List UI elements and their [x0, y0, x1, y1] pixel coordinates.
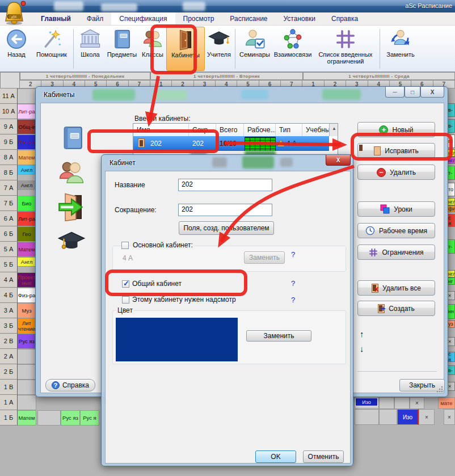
lesson-cell[interactable]: × — [419, 409, 435, 425]
menu-tab-view[interactable]: Просмотр — [175, 12, 222, 25]
lessons-button[interactable]: Уроки — [357, 201, 435, 217]
toolbar-back-button[interactable]: Назад — [1, 27, 32, 71]
lesson-cell[interactable]: нгл — [447, 149, 455, 157]
menu-tab-file[interactable]: Файл — [79, 12, 112, 25]
toolbar-constraints-list-button[interactable]: Список введенных ограничений — [313, 27, 378, 71]
move-down-arrow[interactable]: ↓ — [360, 344, 364, 353]
lesson-cell[interactable]: Физ-ра — [18, 288, 36, 303]
lesson-cell[interactable]: Матем — [18, 150, 36, 165]
short-name-input[interactable]: 202 — [178, 204, 272, 216]
classes-people-icon[interactable] — [57, 159, 86, 187]
lesson-cell[interactable]: × — [410, 397, 424, 409]
table-scrollbar-up[interactable]: ▲ — [329, 124, 338, 136]
column-header-name[interactable]: Имя — [133, 124, 189, 136]
move-up-arrow[interactable]: ↑ — [360, 329, 364, 339]
lesson-cell[interactable] — [18, 380, 36, 395]
toolbar-rooms-button[interactable]: Кабинеты — [166, 27, 205, 71]
lesson-cell[interactable] — [379, 409, 397, 425]
lesson-cell[interactable]: Англ — [18, 257, 36, 267]
subjects-book-icon[interactable] — [59, 125, 86, 151]
column-header-worktime[interactable]: Рабоче... — [244, 124, 276, 136]
teachers-cap-icon[interactable] — [56, 228, 87, 255]
lesson-cell[interactable]: × — [447, 291, 455, 300]
lesson-cell[interactable]: Муз — [18, 303, 36, 318]
lesson-cell[interactable]: ге — [447, 134, 455, 148]
lesson-cell[interactable]: Матем — [18, 242, 36, 257]
lesson-cell[interactable]: с я — [447, 352, 455, 362]
lesson-cell[interactable]: Рус яз — [18, 334, 36, 349]
help-button[interactable]: ?Справка — [45, 379, 95, 391]
menu-tab-main[interactable]: Главный — [33, 12, 79, 25]
new-button[interactable]: +Новый — [357, 122, 435, 137]
ok-button[interactable]: OK — [255, 450, 296, 463]
supervision-label[interactable]: Этому кабинету нужен надсмотр — [132, 296, 236, 304]
shared-room-label[interactable]: Общий кабинет — [132, 280, 182, 288]
lesson-cell[interactable]: нн — [447, 304, 455, 319]
room-row-selected[interactable]: 202 202 16/16 4 А — [133, 136, 329, 151]
lesson-cell[interactable]: фи — [447, 205, 455, 212]
worktime-button[interactable]: Рабочее время — [357, 223, 435, 238]
column-header-short[interactable]: Сокр... — [189, 124, 216, 136]
shared-room-checkbox[interactable] — [122, 280, 129, 288]
lesson-cell[interactable]: Гео — [18, 226, 36, 242]
column-header-type[interactable]: Тип — [276, 124, 302, 136]
lesson-cell[interactable]: в- — [447, 365, 455, 375]
toolbar-seminars-button[interactable]: Семинары — [237, 27, 272, 71]
edit-button[interactable]: Исправить — [357, 143, 435, 158]
lesson-cell[interactable]: Изо — [397, 409, 419, 425]
lesson-cell[interactable]: Рус яз — [61, 410, 80, 426]
delete-all-button[interactable]: xУдалить все — [357, 280, 435, 296]
lesson-cell[interactable]: т- — [447, 166, 455, 180]
lesson-cell[interactable] — [18, 364, 36, 380]
lesson-cell[interactable]: × — [444, 409, 455, 425]
lesson-cell[interactable]: с я — [447, 214, 455, 227]
name-input[interactable]: 202 — [178, 179, 272, 191]
help-link[interactable]: ? — [291, 296, 295, 304]
lesson-cell[interactable]: в- — [447, 119, 455, 133]
lesson-cell[interactable]: т- — [447, 239, 455, 254]
lesson-cell[interactable]: Проект ные — [18, 272, 36, 288]
help-link[interactable]: ? — [291, 279, 295, 288]
toolbar-replace-button[interactable]: Заменить — [382, 27, 419, 71]
toolbar-subjects-button[interactable]: Предметы — [105, 27, 139, 71]
resize-grip[interactable] — [436, 386, 443, 393]
lesson-cell[interactable]: Био — [18, 196, 36, 211]
menu-tab-specification[interactable]: Спецификация — [111, 12, 175, 25]
lesson-cell[interactable]: нгл — [447, 198, 455, 205]
lesson-cell[interactable]: мате — [438, 397, 455, 409]
menu-tab-help[interactable]: Справка — [323, 12, 366, 25]
lesson-cell[interactable]: Англ — [18, 180, 36, 190]
lesson-cell[interactable]: Общ-е — [18, 119, 36, 134]
lesson-cell[interactable] — [18, 349, 36, 364]
color-swatch[interactable] — [116, 318, 238, 361]
toolbar-school-button[interactable]: Школа — [75, 27, 105, 71]
lesson-cell[interactable]: Лит чтение — [18, 318, 36, 334]
lesson-cell[interactable] — [379, 397, 394, 409]
cancel-button[interactable]: Отменить — [303, 450, 344, 463]
lesson-cell[interactable]: Матем — [18, 410, 36, 426]
lesson-cell[interactable]: нгл — [447, 270, 455, 277]
lesson-cell[interactable]: × — [447, 337, 455, 346]
lesson-cell[interactable]: нг — [447, 277, 455, 285]
home-room-checkbox[interactable] — [121, 242, 129, 249]
lesson-cell[interactable]: то — [447, 183, 455, 196]
lesson-cell[interactable]: Англ — [18, 165, 36, 175]
lesson-cell[interactable]: Лит-ра — [18, 134, 36, 150]
supervision-checkbox[interactable] — [122, 296, 129, 304]
maximize-button[interactable]: □ — [405, 87, 420, 98]
lesson-cell[interactable] — [355, 409, 379, 425]
menu-tab-timetable[interactable]: Расписание — [222, 12, 275, 25]
toolbar-teachers-button[interactable]: Учителя — [205, 27, 233, 71]
lesson-cell[interactable]: Лит-ра — [18, 104, 36, 119]
lesson-cell[interactable]: × — [447, 382, 455, 391]
home-room-replace-button[interactable]: Заменить — [244, 251, 285, 264]
close-button[interactable]: X — [326, 155, 351, 166]
rooms-door-arrow-icon[interactable] — [57, 193, 86, 221]
minimize-button[interactable]: ─ — [385, 87, 405, 98]
close-button[interactable]: X — [420, 87, 444, 98]
lesson-cell[interactable]: нгл — [447, 157, 455, 164]
lesson-cell[interactable] — [18, 395, 36, 410]
column-header-building[interactable]: Учебны... — [302, 124, 329, 136]
lesson-cell[interactable]: Рус я — [80, 410, 99, 426]
lesson-cell[interactable]: Лит-ра — [18, 211, 36, 226]
